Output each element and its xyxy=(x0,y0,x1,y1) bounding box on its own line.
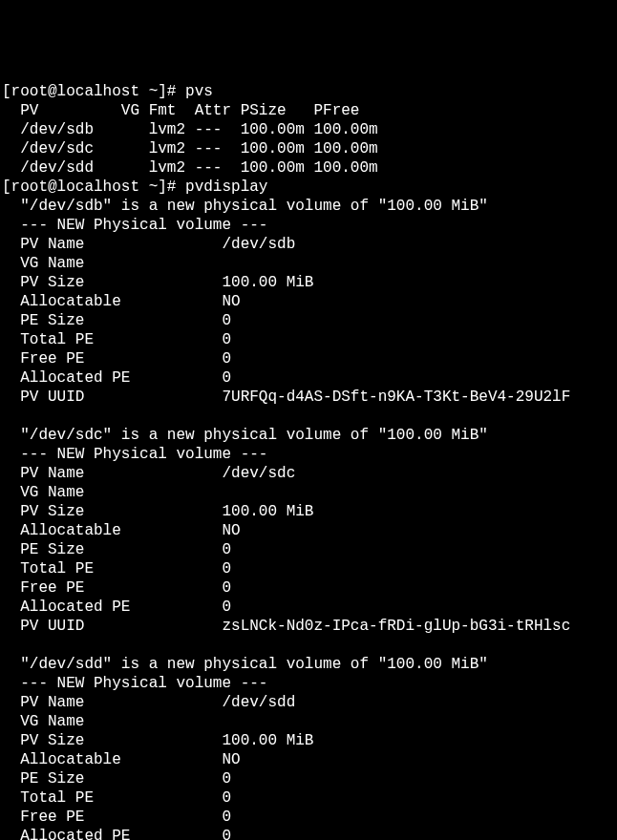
blank-line xyxy=(2,408,30,425)
pe-size: PE Size 0 xyxy=(2,770,259,788)
pe-size: PE Size 0 xyxy=(2,541,259,558)
pvs-header: PV VG Fmt Attr PSize PFree xyxy=(2,102,378,119)
pv-size: PV Size 100.00 MiB xyxy=(2,503,313,520)
pv-name: PV Name /dev/sdd xyxy=(2,694,295,711)
pv-section-header: --- NEW Physical volume --- xyxy=(2,217,267,234)
total-pe: Total PE 0 xyxy=(2,789,231,807)
pv-intro: "/dev/sdd" is a new physical volume of "… xyxy=(2,656,488,673)
total-pe: Total PE 0 xyxy=(2,560,231,578)
vg-name: VG Name xyxy=(2,713,222,730)
free-pe: Free PE 0 xyxy=(2,808,231,826)
pv-section-header: --- NEW Physical volume --- xyxy=(2,446,267,463)
pv-name: PV Name /dev/sdc xyxy=(2,465,295,482)
allocatable: Allocatable NO xyxy=(2,293,241,310)
prompt: [root@localhost ~]# xyxy=(2,178,185,196)
blank-line xyxy=(2,637,30,654)
vg-name: VG Name xyxy=(2,484,222,501)
allocated-pe: Allocated PE 0 xyxy=(2,598,231,616)
pv-uuid: PV UUID zsLNCk-Nd0z-IPca-fRDi-glUp-bG3i-… xyxy=(2,618,570,635)
vg-name: VG Name xyxy=(2,255,222,272)
prompt: [root@localhost ~]# xyxy=(2,83,185,100)
pv-uuid: PV UUID 7URFQq-d4AS-DSft-n9KA-T3Kt-BeV4-… xyxy=(2,388,570,406)
command-pvs: pvs xyxy=(185,83,213,100)
pe-size: PE Size 0 xyxy=(2,312,259,329)
pv-size: PV Size 100.00 MiB xyxy=(2,274,313,291)
total-pe: Total PE 0 xyxy=(2,331,231,348)
allocatable: Allocatable NO xyxy=(2,522,241,539)
allocated-pe: Allocated PE 0 xyxy=(2,369,231,387)
pv-intro: "/dev/sdb" is a new physical volume of "… xyxy=(2,198,488,215)
pvs-row: /dev/sdc lvm2 --- 100.00m 100.00m xyxy=(2,140,378,158)
allocatable: Allocatable NO xyxy=(2,751,241,768)
free-pe: Free PE 0 xyxy=(2,350,231,368)
pv-name: PV Name /dev/sdb xyxy=(2,236,295,253)
pv-section-header: --- NEW Physical volume --- xyxy=(2,675,267,692)
allocated-pe: Allocated PE 0 xyxy=(2,828,231,840)
terminal[interactable]: [root@localhost ~]# pvs PV VG Fmt Attr P… xyxy=(2,82,615,840)
pvs-row: /dev/sdd lvm2 --- 100.00m 100.00m xyxy=(2,159,378,177)
pv-intro: "/dev/sdc" is a new physical volume of "… xyxy=(2,427,488,444)
free-pe: Free PE 0 xyxy=(2,579,231,597)
pv-size: PV Size 100.00 MiB xyxy=(2,732,313,749)
pvs-row: /dev/sdb lvm2 --- 100.00m 100.00m xyxy=(2,121,378,138)
command-pvdisplay: pvdisplay xyxy=(185,178,267,196)
